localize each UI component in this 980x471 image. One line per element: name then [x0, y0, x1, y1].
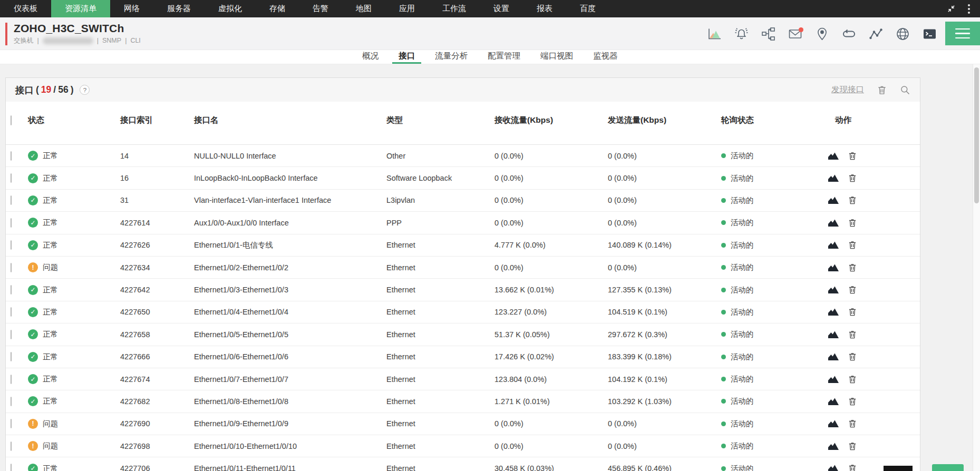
interface-shown-count: 19: [41, 84, 51, 95]
help-icon[interactable]: ?: [80, 85, 90, 95]
nav-item-设置[interactable]: 设置: [480, 0, 523, 17]
row-checkbox[interactable]: [11, 218, 12, 228]
tab-流量分析[interactable]: 流量分析: [429, 50, 474, 64]
mail-icon[interactable]: [788, 27, 802, 41]
traffic-chart-icon[interactable]: [828, 218, 839, 228]
status-label: 正常: [43, 352, 58, 362]
nav-item-应用[interactable]: 应用: [385, 0, 429, 17]
delete-icon[interactable]: [847, 263, 858, 272]
delete-icon[interactable]: [847, 240, 858, 250]
delete-icon[interactable]: [847, 173, 858, 183]
nav-item-服务器[interactable]: 服务器: [153, 0, 205, 17]
row-checkbox[interactable]: [11, 397, 12, 406]
traffic-chart-icon[interactable]: [828, 285, 839, 295]
poll-status-label: 活动的: [731, 374, 754, 384]
alarm-bell-icon[interactable]: [734, 27, 749, 41]
nav-item-百度[interactable]: 百度: [566, 0, 609, 17]
row-checkbox[interactable]: [11, 352, 12, 361]
row-checkbox[interactable]: [11, 263, 12, 272]
traffic-chart-icon[interactable]: [828, 352, 839, 361]
nav-item-资源清单[interactable]: 资源清单: [51, 0, 110, 17]
nav-item-网络[interactable]: 网络: [110, 0, 153, 17]
nav-item-虚拟化[interactable]: 虚拟化: [205, 0, 256, 17]
row-checkbox[interactable]: [11, 240, 12, 250]
traffic-chart-icon[interactable]: [828, 151, 839, 161]
row-checkbox[interactable]: [11, 285, 12, 295]
interface-index: 4227614: [120, 219, 194, 227]
row-checkbox[interactable]: [11, 151, 12, 161]
status-label: 正常: [43, 151, 58, 161]
globe-icon[interactable]: [896, 27, 910, 41]
nav-item-报表[interactable]: 报表: [523, 0, 566, 17]
nav-item-告警[interactable]: 告警: [299, 0, 342, 17]
location-icon[interactable]: [815, 27, 829, 41]
terminal-icon[interactable]: [923, 27, 937, 41]
delete-icon[interactable]: [847, 218, 858, 228]
traffic-chart-icon[interactable]: [828, 375, 839, 384]
row-checkbox[interactable]: [11, 441, 12, 451]
table-row: ✓ 正常 4227682 Ethernet1/0/8-Ethernet1/0/8…: [6, 390, 920, 413]
delete-icon[interactable]: [847, 151, 858, 161]
delete-icon[interactable]: [847, 195, 858, 205]
traffic-chart-icon[interactable]: [828, 173, 839, 183]
delete-icon[interactable]: [847, 352, 858, 361]
rx-traffic: 13.662 K (0.01%): [494, 286, 608, 294]
link-loop-icon[interactable]: [842, 27, 856, 41]
tab-监视器[interactable]: 监视器: [587, 50, 624, 64]
status-label: 正常: [43, 173, 58, 183]
search-icon[interactable]: [900, 85, 910, 95]
delete-icon[interactable]: [847, 307, 858, 317]
floating-widget-green[interactable]: [932, 464, 964, 471]
tx-traffic: 104.192 K (0.1%): [608, 375, 721, 384]
hamburger-menu-button[interactable]: [945, 22, 980, 45]
delete-icon[interactable]: [877, 85, 887, 95]
tx-traffic: 0 (0.0%): [608, 196, 721, 204]
delete-icon[interactable]: [847, 375, 858, 384]
delete-icon[interactable]: [847, 441, 858, 451]
scrollbar-thumb[interactable]: [974, 67, 979, 203]
workflow-icon[interactable]: [761, 27, 775, 41]
network-path-icon[interactable]: [869, 27, 883, 41]
delete-icon[interactable]: [847, 397, 858, 406]
performance-chart-icon[interactable]: [707, 27, 722, 41]
row-checkbox[interactable]: [11, 307, 12, 317]
row-checkbox[interactable]: [11, 195, 12, 205]
traffic-chart-icon[interactable]: [828, 397, 839, 406]
row-checkbox[interactable]: [11, 375, 12, 384]
interface-index: 4227682: [120, 397, 194, 406]
poll-status-label: 活动的: [731, 329, 754, 339]
traffic-chart-icon[interactable]: [828, 419, 839, 428]
discover-interfaces-link[interactable]: 发现接口: [831, 84, 864, 95]
more-kebab-icon[interactable]: [964, 4, 974, 14]
delete-icon[interactable]: [847, 285, 858, 295]
table-row: ✓ 正常 4227626 Ethernet1/0/1-电信专线 Ethernet…: [6, 234, 920, 257]
delete-icon[interactable]: [847, 330, 858, 339]
device-header: ZOHO_H3C_SWITCh 交换机 | | SNMP | CLI: [0, 17, 980, 50]
select-all-checkbox[interactable]: [11, 115, 12, 125]
vertical-scrollbar[interactable]: [973, 64, 980, 471]
traffic-chart-icon[interactable]: [828, 240, 839, 250]
delete-icon[interactable]: [847, 464, 858, 471]
nav-item-地图[interactable]: 地图: [342, 0, 385, 17]
nav-item-仪表板[interactable]: 仪表板: [0, 0, 51, 17]
tab-概况[interactable]: 概况: [356, 50, 385, 64]
delete-icon[interactable]: [847, 419, 858, 428]
row-checkbox[interactable]: [11, 173, 12, 183]
tab-接口[interactable]: 接口: [392, 50, 421, 64]
row-checkbox[interactable]: [11, 419, 12, 428]
tab-配置管理[interactable]: 配置管理: [481, 50, 527, 64]
traffic-chart-icon[interactable]: [828, 464, 839, 471]
nav-item-工作流[interactable]: 工作流: [429, 0, 480, 17]
column-header-name: 接口名: [194, 115, 386, 126]
row-checkbox[interactable]: [11, 330, 12, 339]
row-checkbox[interactable]: [11, 464, 12, 471]
traffic-chart-icon[interactable]: [828, 441, 839, 451]
traffic-chart-icon[interactable]: [828, 307, 839, 317]
traffic-chart-icon[interactable]: [828, 195, 839, 205]
nav-item-存储[interactable]: 存储: [256, 0, 299, 17]
traffic-chart-icon[interactable]: [828, 330, 839, 339]
poll-status-dot: [721, 332, 726, 337]
tab-端口视图[interactable]: 端口视图: [534, 50, 579, 64]
collapse-icon[interactable]: [946, 4, 956, 14]
traffic-chart-icon[interactable]: [828, 263, 839, 272]
